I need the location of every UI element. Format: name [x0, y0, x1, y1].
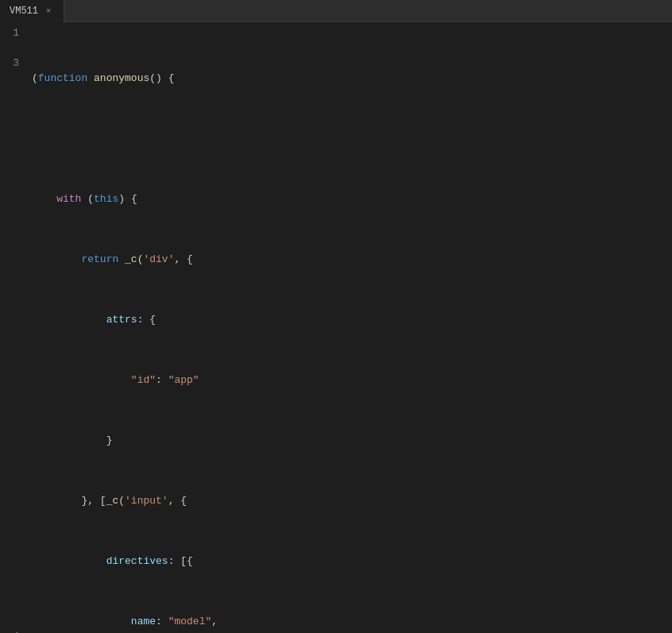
code-content: (function anonymous() { with (this) { re…	[25, 22, 672, 633]
code-line: with (this) {	[32, 191, 672, 206]
code-line: name: "model",	[32, 614, 672, 629]
code-line	[32, 131, 672, 146]
tab-close-icon[interactable]: ×	[43, 6, 54, 17]
code-line: }	[32, 433, 672, 448]
code-line: attrs: {	[32, 312, 672, 327]
title-bar: VM511 ×	[0, 0, 672, 22]
line-numbers: 1 3	[0, 22, 25, 633]
code-line: (function anonymous() {	[32, 71, 672, 86]
editor-area: 1 3	[0, 22, 672, 633]
code-line: }, [_c('input', {	[32, 493, 672, 508]
code-line: "id": "app"	[32, 372, 672, 388]
editor-tab[interactable]: VM511 ×	[0, 0, 64, 22]
code-line: return _c('div', {	[32, 252, 672, 267]
code-line: directives: [{	[32, 554, 672, 569]
tab-title: VM511	[10, 6, 38, 17]
